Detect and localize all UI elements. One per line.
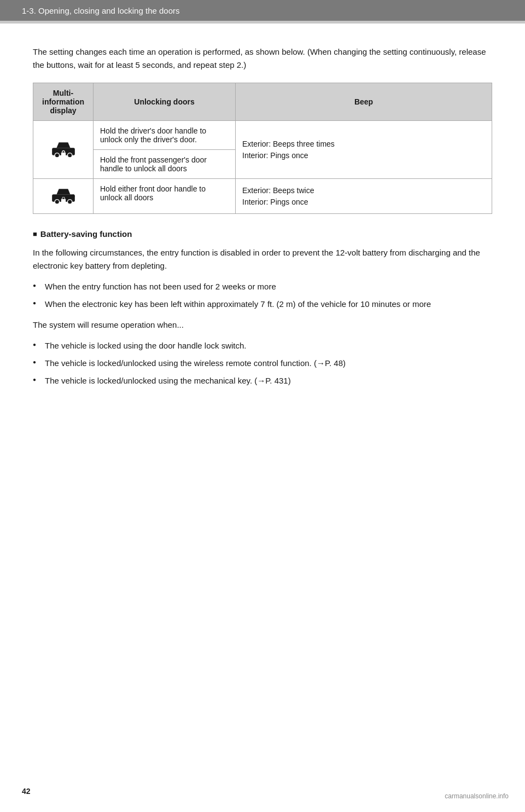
action-sub-row-1b: Hold the front passenger's door handle t… xyxy=(94,149,235,178)
page-content: The setting changes each time an operati… xyxy=(0,24,525,428)
header-bar: 1-3. Opening, closing and locking the do… xyxy=(0,0,525,21)
svg-point-1 xyxy=(55,153,59,158)
col-header-beep: Beep xyxy=(236,83,492,121)
svg-rect-3 xyxy=(61,153,65,156)
car-unlocked-icon xyxy=(50,184,77,206)
table-row: Hold the driver's door handle to unlock … xyxy=(33,121,492,179)
svg-point-2 xyxy=(67,153,72,158)
col-header-unlocking: Unlocking doors xyxy=(94,83,236,121)
intro-paragraph: The setting changes each time an operati… xyxy=(33,45,492,72)
battery-bullets: When the entry function has not been use… xyxy=(33,280,492,311)
svg-rect-7 xyxy=(61,199,65,202)
action-cell-1: Hold the driver's door handle to unlock … xyxy=(94,121,236,179)
resume-bullet-1: The vehicle is locked using the door han… xyxy=(33,339,492,352)
battery-body-text: In the following circumstances, the entr… xyxy=(33,246,492,272)
info-table: Multi-information display Unlocking door… xyxy=(33,83,492,214)
battery-section-heading: Battery-saving function xyxy=(33,229,492,239)
svg-point-6 xyxy=(67,200,72,204)
resume-bullets: The vehicle is locked using the door han… xyxy=(33,339,492,387)
resume-bullet-3: The vehicle is locked/unlocked using the… xyxy=(33,374,492,387)
header-title: 1-3. Opening, closing and locking the do… xyxy=(22,6,180,15)
action-cell-2: Hold either front door handle to unlock … xyxy=(94,179,236,214)
svg-point-5 xyxy=(55,200,59,204)
bullet-item-2: When the electronic key has been left wi… xyxy=(33,298,492,311)
beep-cell-2: Exterior: Beeps twiceInterior: Pings onc… xyxy=(236,179,492,214)
page-number: 42 xyxy=(22,787,31,796)
action-sub-row-2a: Hold either front door handle to unlock … xyxy=(94,179,235,207)
icon-cell-2 xyxy=(33,179,94,214)
bullet-item-1: When the entry function has not been use… xyxy=(33,280,492,293)
resume-text: The system will resume operation when... xyxy=(33,318,492,332)
resume-bullet-2: The vehicle is locked/unlocked using the… xyxy=(33,357,492,370)
icon-cell-1 xyxy=(33,121,94,179)
beep-cell-1: Exterior: Beeps three timesInterior: Pin… xyxy=(236,121,492,179)
col-header-display: Multi-information display xyxy=(33,83,94,121)
watermark: carmanualsonline.info xyxy=(445,792,509,800)
action-sub-row-1a: Hold the driver's door handle to unlock … xyxy=(94,121,235,149)
table-row: Hold either front door handle to unlock … xyxy=(33,179,492,214)
table-header-row: Multi-information display Unlocking door… xyxy=(33,83,492,121)
car-locked-icon xyxy=(50,138,77,160)
